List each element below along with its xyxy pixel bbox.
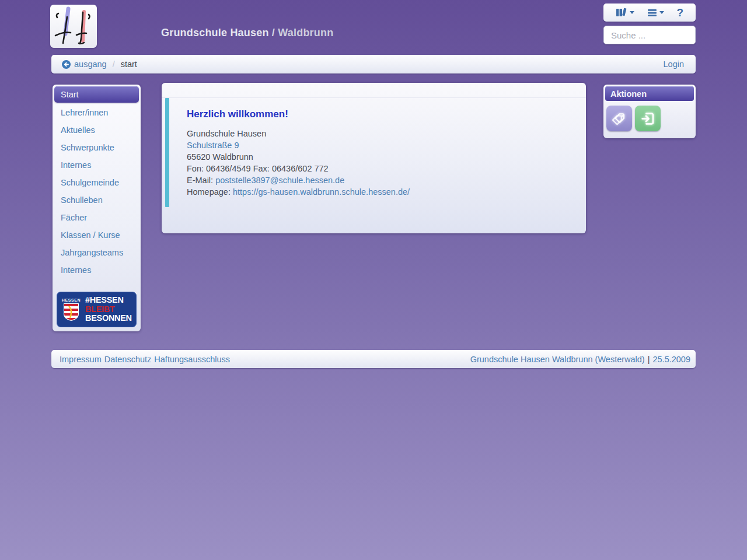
site-title-separator: / — [272, 27, 275, 38]
banner-line-2: BLEIBT — [85, 305, 132, 314]
homepage-label: Homepage: — [187, 187, 231, 197]
sidebar-item-schwerpunkte[interactable]: Schwerpunkte — [54, 139, 139, 156]
library-icon — [616, 8, 627, 18]
site-title-sub: Waldbrunn — [278, 27, 333, 38]
chevron-down-icon — [659, 11, 664, 14]
sidebar-item-jahrgangsteams[interactable]: Jahrgangsteams — [54, 244, 139, 261]
school-name-text: Grundschule Hausen — [187, 128, 410, 139]
tags-icon — [612, 111, 627, 127]
haftungsausschluss-link[interactable]: Haftungsausschluss — [154, 355, 230, 364]
street-link[interactable]: Schulstraße 9 — [187, 141, 239, 150]
footer-bar: Impressum Datenschutz Haftungsausschluss… — [51, 350, 696, 368]
datenschutz-link[interactable]: Datenschutz — [104, 355, 152, 364]
content-panel: Herzlich willkommen! Grundschule Hausen … — [162, 83, 586, 233]
hessen-shield-icon — [63, 303, 79, 321]
site-title-main: Grundschule Hausen — [161, 27, 269, 38]
search-box — [603, 26, 696, 44]
article-heading: Herzlich willkommen! — [187, 108, 410, 120]
sidebar-item-schulleben[interactable]: Schulleben — [54, 191, 139, 209]
sidebar-item-internes-2[interactable]: Internes — [54, 261, 139, 279]
breadcrumb-back-link[interactable]: ausgang — [62, 60, 107, 69]
homepage-link[interactable]: https://gs-hausen.waldbrunn.schule.hesse… — [233, 187, 410, 197]
actions-panel: Aktionen — [603, 85, 696, 138]
banner-line-1: #HESSEN — [85, 296, 132, 305]
hessen-coat-of-arms: HESSEN — [61, 298, 82, 321]
school-logo — [50, 5, 97, 48]
sidebar: Start Lehrer/innen Aktuelles Schwerpunkt… — [53, 85, 141, 331]
help-icon: ? — [676, 7, 683, 18]
site-title: Grundschule Hausen / Waldbrunn — [161, 27, 333, 39]
page-container: Grundschule Hausen / Waldbrunn ? — [50, 0, 696, 560]
email-link[interactable]: poststelle3897@schule.hessen.de — [215, 176, 344, 185]
top-toolbar: ? — [603, 4, 696, 22]
hessen-banner-text: #HESSEN BLEIBT BESONNEN — [85, 296, 132, 323]
sidebar-item-internes-1[interactable]: Internes — [54, 156, 139, 174]
phone-text: Fon: 06436/4549 Fax: 06436/602 772 — [187, 163, 410, 174]
hessen-banner[interactable]: HESSEN — [57, 292, 137, 327]
actions-panel-title: Aktionen — [605, 86, 694, 101]
impressum-link[interactable]: Impressum — [60, 355, 102, 364]
footer-site-link[interactable]: Grundschule Hausen Waldbrunn (Westerwald… — [470, 355, 645, 364]
back-arrow-icon — [62, 60, 71, 69]
login-link[interactable]: Login — [664, 60, 684, 69]
email-label: E-Mail: — [187, 176, 213, 185]
help-button[interactable]: ? — [676, 7, 683, 18]
sidebar-item-klassen-kurse[interactable]: Klassen / Kurse — [54, 226, 139, 244]
hessen-coat-label: HESSEN — [62, 298, 81, 302]
sidebar-menu: Start Lehrer/innen Aktuelles Schwerpunkt… — [54, 86, 139, 279]
sign-in-icon — [640, 111, 656, 127]
search-input[interactable] — [604, 26, 695, 44]
sidebar-item-aktuelles[interactable]: Aktuelles — [54, 121, 139, 139]
library-menu-button[interactable] — [616, 8, 634, 18]
sidebar-item-lehrer[interactable]: Lehrer/innen — [54, 104, 139, 121]
chevron-down-icon — [630, 11, 634, 14]
logo-drawing-icon — [50, 5, 97, 48]
list-icon — [647, 9, 657, 17]
footer-date-link[interactable]: 25.5.2009 — [652, 355, 690, 364]
breadcrumb: ausgang / start Login — [51, 55, 696, 74]
sidebar-item-start[interactable]: Start — [54, 86, 139, 103]
welcome-article: Herzlich willkommen! Grundschule Hausen … — [169, 98, 421, 207]
sidebar-item-schulgemeinde[interactable]: Schulgemeinde — [54, 174, 139, 191]
breadcrumb-back-label: ausgang — [74, 60, 107, 69]
footer-separator: | — [648, 355, 650, 364]
list-menu-button[interactable] — [647, 9, 664, 17]
city-text: 65620 Waldbrunn — [187, 151, 410, 163]
sidebar-item-faecher[interactable]: Fächer — [54, 209, 139, 226]
enter-action-button[interactable] — [635, 106, 661, 131]
content-panel-header-strip — [162, 83, 586, 98]
breadcrumb-separator: / — [113, 60, 115, 69]
teal-accent-bar — [165, 98, 169, 207]
breadcrumb-current: start — [121, 60, 137, 69]
tags-action-button[interactable] — [606, 106, 632, 131]
banner-line-3: BESONNEN — [85, 314, 132, 323]
